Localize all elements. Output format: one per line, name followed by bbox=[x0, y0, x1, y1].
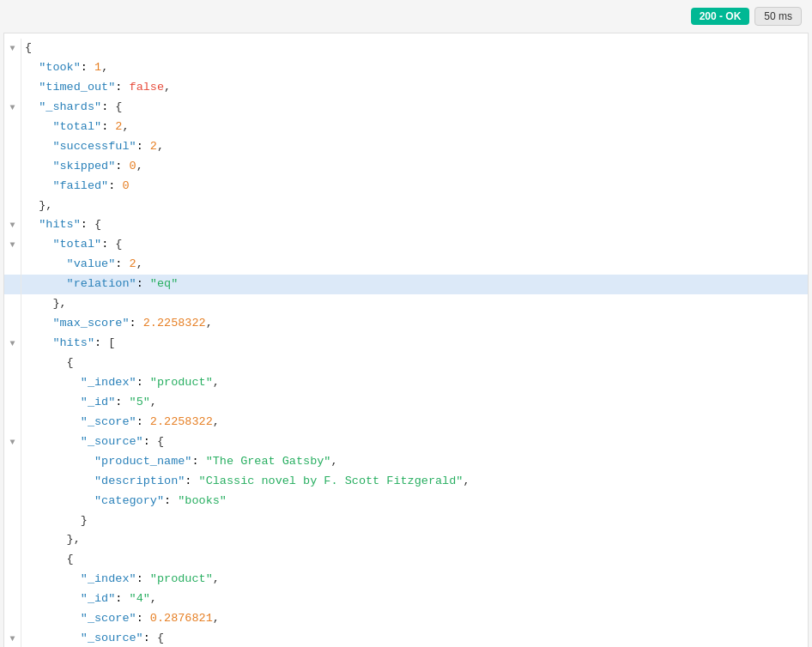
line-text: "skipped": 0, bbox=[21, 157, 808, 177]
json-line: "took": 1, bbox=[4, 58, 808, 78]
line-gutter bbox=[4, 275, 21, 294]
json-line: ▼{ bbox=[4, 39, 808, 58]
line-text: "relation": "eq" bbox=[21, 275, 808, 294]
line-gutter bbox=[4, 255, 21, 275]
line-gutter bbox=[4, 78, 21, 98]
line-gutter[interactable]: ▼ bbox=[4, 334, 21, 354]
line-gutter[interactable]: ▼ bbox=[4, 235, 21, 255]
line-gutter bbox=[4, 118, 21, 137]
json-line: "total": 2, bbox=[4, 118, 808, 137]
line-text: }, bbox=[21, 197, 808, 216]
json-line: "skipped": 0, bbox=[4, 157, 808, 177]
line-text: "category": "books" bbox=[21, 492, 808, 511]
line-gutter[interactable]: ▼ bbox=[4, 629, 21, 647]
line-text: "_id": "5", bbox=[21, 393, 808, 413]
line-gutter bbox=[4, 472, 21, 492]
line-text: "took": 1, bbox=[21, 58, 808, 78]
line-text: "failed": 0 bbox=[21, 177, 808, 197]
json-content: ▼{ "took": 1, "timed_out": false,▼ "_sha… bbox=[4, 33, 808, 647]
json-line: }, bbox=[4, 294, 808, 314]
json-line: ▼ "_source": { bbox=[4, 432, 808, 452]
time-badge: 50 ms bbox=[754, 7, 802, 26]
line-text: }, bbox=[21, 294, 808, 314]
json-line: "relation": "eq" bbox=[4, 275, 808, 294]
json-line: ▼ "hits": [ bbox=[4, 334, 808, 354]
line-text: "max_score": 2.2258322, bbox=[21, 314, 808, 334]
json-line: "_score": 0.2876821, bbox=[4, 609, 808, 629]
json-line: "_index": "product", bbox=[4, 570, 808, 590]
line-gutter bbox=[4, 452, 21, 472]
json-line: } bbox=[4, 511, 808, 531]
json-line: "timed_out": false, bbox=[4, 78, 808, 98]
line-text: "_score": 2.2258322, bbox=[21, 413, 808, 432]
line-gutter bbox=[4, 197, 21, 216]
line-gutter[interactable]: ▼ bbox=[4, 432, 21, 452]
line-gutter bbox=[4, 609, 21, 629]
line-text: { bbox=[21, 39, 808, 58]
line-gutter bbox=[4, 373, 21, 393]
json-line: "max_score": 2.2258322, bbox=[4, 314, 808, 334]
line-gutter bbox=[4, 354, 21, 373]
line-gutter bbox=[4, 294, 21, 314]
line-gutter bbox=[4, 58, 21, 78]
line-text: "_source": { bbox=[21, 432, 808, 452]
line-text: "_source": { bbox=[21, 629, 808, 647]
line-text: }, bbox=[21, 530, 808, 550]
line-gutter bbox=[4, 157, 21, 177]
line-gutter[interactable]: ▼ bbox=[4, 98, 21, 118]
json-line: "_score": 2.2258322, bbox=[4, 413, 808, 432]
line-text: "description": "Classic novel by F. Scot… bbox=[21, 472, 808, 492]
line-gutter bbox=[4, 590, 21, 609]
line-gutter bbox=[4, 570, 21, 590]
line-gutter bbox=[4, 511, 21, 531]
line-gutter bbox=[4, 177, 21, 197]
json-line: "product_name": "The Great Gatsby", bbox=[4, 452, 808, 472]
line-gutter bbox=[4, 393, 21, 413]
json-line: }, bbox=[4, 530, 808, 550]
line-gutter bbox=[4, 492, 21, 511]
json-line: }, bbox=[4, 197, 808, 216]
line-text: "_id": "4", bbox=[21, 590, 808, 609]
json-line: "_id": "5", bbox=[4, 393, 808, 413]
line-gutter bbox=[4, 413, 21, 432]
line-text: "_score": 0.2876821, bbox=[21, 609, 808, 629]
line-text: "_shards": { bbox=[21, 98, 808, 118]
json-line: { bbox=[4, 550, 808, 570]
line-text: "timed_out": false, bbox=[21, 78, 808, 98]
line-text: { bbox=[21, 354, 808, 373]
line-text: { bbox=[21, 550, 808, 570]
line-text: "total": 2, bbox=[21, 118, 808, 137]
line-text: } bbox=[21, 511, 808, 531]
status-badge: 200 - OK bbox=[691, 8, 750, 25]
json-line: "successful": 2, bbox=[4, 137, 808, 157]
line-gutter bbox=[4, 530, 21, 550]
json-line: "_id": "4", bbox=[4, 590, 808, 609]
line-gutter[interactable]: ▼ bbox=[4, 39, 21, 58]
json-line: "category": "books" bbox=[4, 492, 808, 511]
json-line: ▼ "_source": { bbox=[4, 629, 808, 647]
line-text: "hits": { bbox=[21, 215, 808, 235]
line-text: "_index": "product", bbox=[21, 570, 808, 590]
line-gutter bbox=[4, 137, 21, 157]
json-container: ▼{ "took": 1, "timed_out": false,▼ "_sha… bbox=[3, 33, 809, 647]
line-gutter bbox=[4, 314, 21, 334]
json-line: "value": 2, bbox=[4, 255, 808, 275]
json-line: ▼ "hits": { bbox=[4, 215, 808, 235]
json-line: "failed": 0 bbox=[4, 177, 808, 197]
line-gutter bbox=[4, 550, 21, 570]
top-bar: 200 - OK 50 ms bbox=[0, 0, 812, 33]
json-line: "_index": "product", bbox=[4, 373, 808, 393]
line-text: "successful": 2, bbox=[21, 137, 808, 157]
line-text: "hits": [ bbox=[21, 334, 808, 354]
json-line: "description": "Classic novel by F. Scot… bbox=[4, 472, 808, 492]
line-gutter[interactable]: ▼ bbox=[4, 215, 21, 235]
line-text: "_index": "product", bbox=[21, 373, 808, 393]
json-line: ▼ "_shards": { bbox=[4, 98, 808, 118]
json-line: { bbox=[4, 354, 808, 373]
line-text: "value": 2, bbox=[21, 255, 808, 275]
line-text: "product_name": "The Great Gatsby", bbox=[21, 452, 808, 472]
json-line: ▼ "total": { bbox=[4, 235, 808, 255]
line-text: "total": { bbox=[21, 235, 808, 255]
